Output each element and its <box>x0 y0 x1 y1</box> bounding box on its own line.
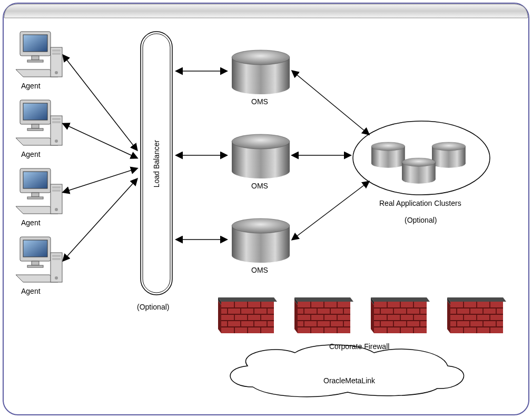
arrow-agent1-lb <box>63 55 137 150</box>
firewall-2 <box>294 297 353 333</box>
firewall-1 <box>218 297 277 333</box>
load-balancer-label: Load Balancer <box>152 140 161 187</box>
arrow-agent3-lb <box>63 168 137 192</box>
agent-3 <box>16 168 62 214</box>
agent-1 <box>16 32 62 77</box>
oms-2 <box>232 134 290 178</box>
arrow-oms3-rac <box>292 182 369 240</box>
agent-2 <box>16 100 62 145</box>
metalink-label: OracleMetaLink <box>323 376 375 385</box>
rac-optional-label: (Optional) <box>405 216 437 224</box>
arrow-agent4-lb <box>63 179 137 261</box>
agent-4-label: Agent <box>21 287 41 295</box>
oms-1-label: OMS <box>251 97 268 106</box>
oms-3 <box>232 218 290 263</box>
arrow-oms1-rac <box>292 71 369 134</box>
arrow-agent2-lb <box>63 124 137 158</box>
agent-3-label: Agent <box>21 218 41 227</box>
agent-1-label: Agent <box>21 82 41 90</box>
oms-1 <box>232 50 290 94</box>
rac-node <box>353 121 490 195</box>
firewall-label: Corporate Firewall <box>329 342 389 351</box>
oms-2-label: OMS <box>251 182 268 190</box>
diagram-canvas: Enterprise Manager Grid Control Topology… <box>0 0 532 418</box>
load-balancer-optional-label: (Optional) <box>137 303 169 311</box>
firewall-3 <box>371 297 430 333</box>
agent-2-label: Agent <box>21 150 41 158</box>
rac-label: Real Application Clusters <box>379 199 461 207</box>
title-bar <box>4 4 528 18</box>
oms-3-label: OMS <box>251 266 268 274</box>
firewall-4 <box>447 297 506 333</box>
diagram-svg <box>0 0 532 418</box>
agent-4 <box>16 237 62 282</box>
metalink-cloud <box>230 345 464 397</box>
